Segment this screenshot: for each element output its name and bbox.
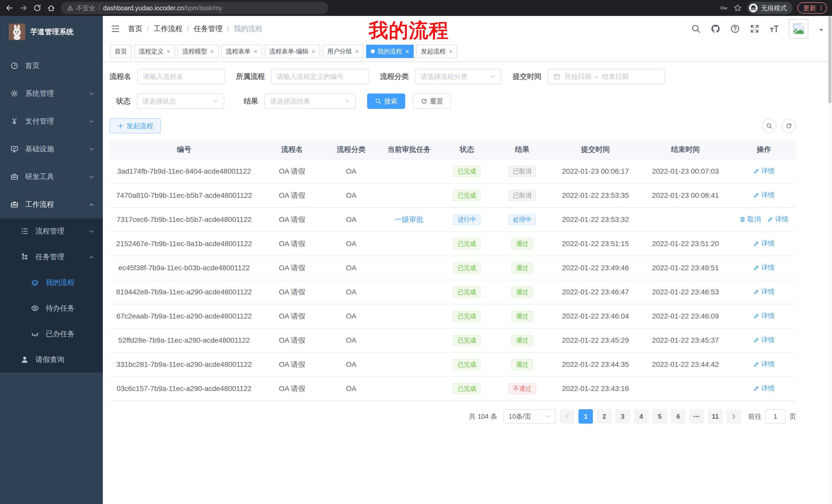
status-badge: 已完成 — [453, 166, 481, 177]
detail-link[interactable]: 详情 — [753, 191, 775, 200]
help-icon[interactable] — [730, 24, 740, 34]
search-icon[interactable] — [691, 24, 701, 34]
filter-category: 流程分类 请选择流程分类 — [380, 69, 501, 84]
scrollbar-thumb[interactable] — [828, 16, 831, 103]
create-process-label: 发起流程 — [127, 121, 153, 131]
close-icon[interactable]: × — [253, 48, 257, 55]
browser-back-icon[interactable] — [5, 4, 14, 12]
reset-button[interactable]: 重置 — [413, 93, 451, 109]
cell-actions: 详情 — [732, 232, 796, 256]
browser-home-icon[interactable] — [47, 4, 55, 12]
cell-id: 52ffd28e-7b9a-11ec-a290-acde48001122 — [109, 328, 259, 353]
bookmark-star-icon[interactable] — [733, 4, 742, 12]
result-select[interactable]: 请选择流结果 — [264, 93, 356, 109]
sidebar-item-task-mgmt[interactable]: 任务管理 — [0, 244, 103, 270]
filter-result: 结果 请选择流结果 — [244, 93, 356, 109]
detail-link[interactable]: 详情 — [753, 311, 775, 320]
toggle-search-button[interactable] — [762, 119, 777, 133]
create-process-button[interactable]: 发起流程 — [109, 118, 161, 134]
close-icon[interactable]: × — [405, 48, 409, 55]
more-pages-button[interactable]: ••• — [690, 409, 704, 424]
page-number-button[interactable]: 6 — [671, 409, 685, 424]
view-tab[interactable]: 发起流程× — [416, 45, 457, 58]
address-bar[interactable]: 不安全 dashboard.yudao.iocoder.cn/bpm/task/… — [61, 2, 328, 14]
view-tab[interactable]: 流程定义× — [134, 45, 175, 58]
close-icon[interactable]: × — [355, 48, 359, 55]
cancel-link[interactable]: 取消 — [739, 215, 761, 224]
sidebar-item-done-task[interactable]: 已办任务 — [0, 321, 103, 347]
sidebar-item-home[interactable]: 首页 — [0, 52, 103, 80]
refresh-table-button[interactable] — [782, 119, 796, 133]
date-range-picker[interactable]: 开始日期 - 结束日期 — [548, 69, 665, 84]
view-tab[interactable]: 我的流程× — [366, 45, 414, 58]
breadcrumb-item[interactable]: 工作流程 — [154, 24, 183, 34]
fullscreen-icon[interactable] — [750, 24, 759, 34]
cell-submit-time: 2022-01-22 23:45:29 — [552, 328, 639, 353]
sidebar-item-workflow[interactable]: 工作流程 — [0, 191, 103, 218]
goto-page-input[interactable] — [765, 409, 786, 424]
cell-current-task — [377, 232, 441, 256]
process-definition-input[interactable] — [271, 69, 369, 84]
detail-link[interactable]: 详情 — [753, 263, 775, 272]
sidebar-item-my-process[interactable]: 我的流程 — [0, 270, 103, 296]
page-number-button[interactable]: 3 — [616, 409, 630, 424]
update-button[interactable]: 更新 — [798, 2, 827, 13]
detail-link[interactable]: 详情 — [753, 384, 775, 393]
breadcrumb-item[interactable]: 任务管理 — [194, 24, 223, 34]
key-icon[interactable] — [719, 4, 728, 12]
avatar[interactable] — [789, 19, 808, 38]
view-tab[interactable]: 首页 — [110, 45, 132, 58]
view-tab[interactable]: 用户分组× — [323, 45, 364, 58]
cell-current-task — [377, 353, 441, 376]
sidebar-item-payment[interactable]: 支付管理 — [0, 107, 103, 135]
status-badge: 已完成 — [453, 383, 481, 394]
detail-link[interactable]: 详情 — [753, 335, 775, 344]
sidebar-item-todo-task[interactable]: 待办任务 — [0, 296, 103, 321]
browser-forward-icon[interactable] — [19, 4, 28, 12]
security-chip[interactable]: 不安全 — [67, 4, 95, 12]
detail-link[interactable]: 详情 — [753, 239, 775, 248]
sidebar-item-system[interactable]: 系统管理 — [0, 80, 103, 107]
close-icon[interactable]: × — [311, 48, 315, 55]
select-placeholder: 请选择流程分类 — [421, 72, 467, 81]
view-tab[interactable]: 流程表单× — [221, 45, 262, 58]
close-icon[interactable]: × — [210, 48, 214, 55]
search-button[interactable]: 搜索 — [367, 93, 405, 109]
breadcrumb-item[interactable]: 首页 — [128, 24, 142, 34]
detail-link[interactable]: 详情 — [753, 287, 775, 296]
page-number-button[interactable]: 5 — [653, 409, 667, 424]
sidebar-item-devtools[interactable]: 研发工具 — [0, 163, 103, 191]
close-icon[interactable]: × — [448, 48, 452, 55]
collapse-sidebar-icon[interactable] — [110, 24, 120, 34]
browser-reload-icon[interactable] — [33, 4, 42, 12]
view-tab[interactable]: 流程模型× — [178, 45, 218, 58]
prev-page-button[interactable] — [560, 409, 574, 424]
task-link[interactable]: 一级审批 — [395, 216, 423, 223]
sidebar-item-infra[interactable]: 基础设施 — [0, 135, 103, 163]
page-size-select[interactable]: 10条/页 — [503, 409, 556, 424]
fontsize-icon[interactable] — [769, 24, 779, 34]
process-name-input[interactable] — [137, 69, 225, 84]
view-tab[interactable]: 流程表单-编辑× — [265, 45, 320, 58]
caret-down-icon[interactable] — [818, 26, 824, 32]
next-page-button[interactable] — [727, 409, 741, 424]
sidebar-item-process-mgmt[interactable]: 流程管理 — [0, 218, 103, 244]
url-host: dashboard.yudao.iocoder.cn — [103, 4, 184, 11]
page-number-button[interactable]: 2 — [597, 409, 612, 424]
close-icon[interactable]: × — [166, 48, 171, 55]
github-icon[interactable] — [711, 24, 721, 34]
cell-result: 通过 — [493, 232, 552, 256]
page-number-button[interactable]: 1 — [578, 409, 593, 424]
status-select[interactable]: 请选择状态 — [137, 93, 224, 109]
page-number-button[interactable]: 11 — [708, 409, 723, 424]
detail-link[interactable]: 详情 — [767, 215, 788, 224]
browser-menu-icon[interactable] — [817, 4, 825, 11]
detail-link[interactable]: 详情 — [753, 166, 775, 175]
detail-link[interactable]: 详情 — [753, 360, 775, 369]
category-select[interactable]: 请选择流程分类 — [415, 69, 501, 84]
window-scrollbar[interactable] — [828, 16, 832, 504]
action-label: 详情 — [761, 287, 775, 296]
sidebar-item-leave-query[interactable]: 请假查询 — [0, 347, 103, 372]
cell-submit-time: 2022-01-22 23:46:47 — [552, 280, 639, 304]
page-number-button[interactable]: 4 — [634, 409, 648, 424]
